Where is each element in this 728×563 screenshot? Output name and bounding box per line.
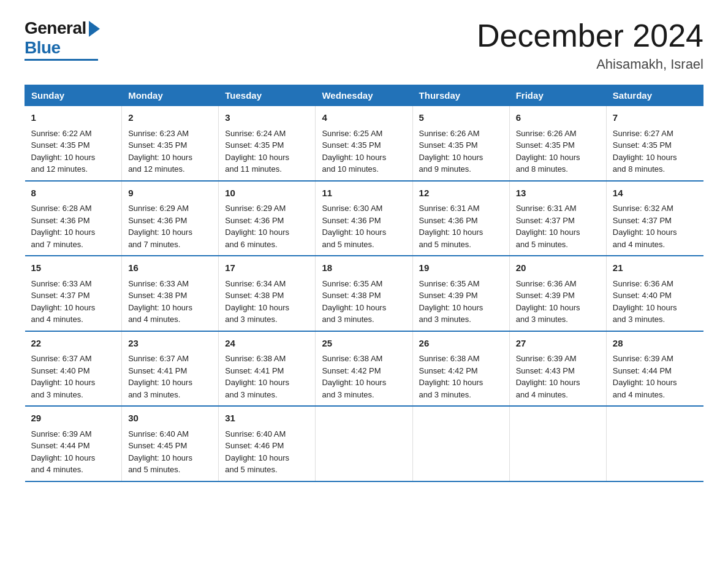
page-header: General Blue December 2024 Ahisamakh, Is… <box>25 18 703 72</box>
day-info: Sunrise: 6:40 AM Sunset: 4:46 PM Dayligh… <box>225 428 309 476</box>
cell-week1-day2: 3Sunrise: 6:24 AM Sunset: 4:35 PM Daylig… <box>219 106 316 181</box>
day-number: 17 <box>225 261 309 275</box>
cell-week2-day6: 14Sunrise: 6:32 AM Sunset: 4:37 PM Dayli… <box>606 181 703 256</box>
cell-week3-day2: 17Sunrise: 6:34 AM Sunset: 4:38 PM Dayli… <box>219 256 316 331</box>
day-number: 15 <box>31 261 116 275</box>
day-info: Sunrise: 6:35 AM Sunset: 4:38 PM Dayligh… <box>322 278 406 326</box>
header-sunday: Sunday <box>25 85 122 106</box>
day-number: 16 <box>128 261 212 275</box>
logo-general-text: General <box>25 18 86 38</box>
cell-week4-day6: 28Sunrise: 6:39 AM Sunset: 4:44 PM Dayli… <box>606 331 703 407</box>
cell-week1-day0: 1Sunrise: 6:22 AM Sunset: 4:35 PM Daylig… <box>25 106 122 181</box>
cell-week3-day0: 15Sunrise: 6:33 AM Sunset: 4:37 PM Dayli… <box>25 256 122 331</box>
cell-week3-day6: 21Sunrise: 6:36 AM Sunset: 4:40 PM Dayli… <box>606 256 703 331</box>
day-info: Sunrise: 6:37 AM Sunset: 4:41 PM Dayligh… <box>128 353 212 400</box>
day-number: 12 <box>419 186 503 201</box>
cell-week1-day4: 5Sunrise: 6:26 AM Sunset: 4:35 PM Daylig… <box>412 106 509 181</box>
title-section: December 2024 Ahisamakh, Israel <box>477 18 703 72</box>
header-friday: Friday <box>509 85 606 106</box>
cell-week2-day4: 12Sunrise: 6:31 AM Sunset: 4:36 PM Dayli… <box>412 181 509 256</box>
day-info: Sunrise: 6:33 AM Sunset: 4:37 PM Dayligh… <box>31 278 116 326</box>
header-thursday: Thursday <box>412 85 509 106</box>
day-number: 31 <box>225 412 309 426</box>
day-info: Sunrise: 6:23 AM Sunset: 4:35 PM Dayligh… <box>128 128 212 175</box>
cell-week3-day1: 16Sunrise: 6:33 AM Sunset: 4:38 PM Dayli… <box>122 256 219 331</box>
day-info: Sunrise: 6:38 AM Sunset: 4:42 PM Dayligh… <box>419 353 503 400</box>
day-number: 23 <box>128 337 212 351</box>
day-number: 10 <box>225 186 309 201</box>
calendar-table: SundayMondayTuesdayWednesdayThursdayFrid… <box>25 85 703 482</box>
cell-week5-day6 <box>606 406 703 481</box>
day-info: Sunrise: 6:30 AM Sunset: 4:36 PM Dayligh… <box>322 202 406 250</box>
day-number: 6 <box>516 111 600 125</box>
logo-underline <box>25 59 98 61</box>
day-info: Sunrise: 6:36 AM Sunset: 4:39 PM Dayligh… <box>516 278 600 326</box>
day-info: Sunrise: 6:39 AM Sunset: 4:44 PM Dayligh… <box>613 353 697 400</box>
day-number: 22 <box>31 337 116 351</box>
cell-week4-day4: 26Sunrise: 6:38 AM Sunset: 4:42 PM Dayli… <box>412 331 509 407</box>
week-row-3: 15Sunrise: 6:33 AM Sunset: 4:37 PM Dayli… <box>25 256 703 331</box>
cell-week5-day1: 30Sunrise: 6:40 AM Sunset: 4:45 PM Dayli… <box>122 406 219 481</box>
day-number: 20 <box>516 261 600 275</box>
day-number: 8 <box>31 186 116 201</box>
day-info: Sunrise: 6:38 AM Sunset: 4:42 PM Dayligh… <box>322 353 406 400</box>
cell-week3-day5: 20Sunrise: 6:36 AM Sunset: 4:39 PM Dayli… <box>509 256 606 331</box>
day-number: 5 <box>419 111 503 125</box>
day-number: 30 <box>128 412 212 426</box>
cell-week4-day0: 22Sunrise: 6:37 AM Sunset: 4:40 PM Dayli… <box>25 331 122 407</box>
cell-week1-day1: 2Sunrise: 6:23 AM Sunset: 4:35 PM Daylig… <box>122 106 219 181</box>
day-number: 4 <box>322 111 406 125</box>
day-number: 28 <box>613 337 697 351</box>
day-number: 25 <box>322 337 406 351</box>
day-info: Sunrise: 6:39 AM Sunset: 4:43 PM Dayligh… <box>516 353 600 400</box>
header-wednesday: Wednesday <box>316 85 412 106</box>
day-number: 7 <box>613 111 697 125</box>
calendar-body: 1Sunrise: 6:22 AM Sunset: 4:35 PM Daylig… <box>25 106 703 481</box>
day-info: Sunrise: 6:32 AM Sunset: 4:37 PM Dayligh… <box>613 202 697 250</box>
cell-week4-day3: 25Sunrise: 6:38 AM Sunset: 4:42 PM Dayli… <box>316 331 412 407</box>
cell-week2-day2: 10Sunrise: 6:29 AM Sunset: 4:36 PM Dayli… <box>219 181 316 256</box>
day-info: Sunrise: 6:31 AM Sunset: 4:36 PM Dayligh… <box>419 202 503 250</box>
cell-week1-day3: 4Sunrise: 6:25 AM Sunset: 4:35 PM Daylig… <box>316 106 412 181</box>
day-info: Sunrise: 6:26 AM Sunset: 4:35 PM Dayligh… <box>419 128 503 175</box>
logo-triangle-icon <box>89 21 100 37</box>
cell-week3-day4: 19Sunrise: 6:35 AM Sunset: 4:39 PM Dayli… <box>412 256 509 331</box>
cell-week2-day5: 13Sunrise: 6:31 AM Sunset: 4:37 PM Dayli… <box>509 181 606 256</box>
day-info: Sunrise: 6:33 AM Sunset: 4:38 PM Dayligh… <box>128 278 212 326</box>
week-row-1: 1Sunrise: 6:22 AM Sunset: 4:35 PM Daylig… <box>25 106 703 181</box>
day-number: 24 <box>225 337 309 351</box>
day-info: Sunrise: 6:35 AM Sunset: 4:39 PM Dayligh… <box>419 278 503 326</box>
day-number: 21 <box>613 261 697 275</box>
week-row-4: 22Sunrise: 6:37 AM Sunset: 4:40 PM Dayli… <box>25 331 703 407</box>
day-info: Sunrise: 6:40 AM Sunset: 4:45 PM Dayligh… <box>128 428 212 476</box>
cell-week1-day5: 6Sunrise: 6:26 AM Sunset: 4:35 PM Daylig… <box>509 106 606 181</box>
cell-week5-day3 <box>316 406 412 481</box>
cell-week5-day5 <box>509 406 606 481</box>
cell-week3-day3: 18Sunrise: 6:35 AM Sunset: 4:38 PM Dayli… <box>316 256 412 331</box>
day-number: 2 <box>128 111 212 125</box>
calendar-header: SundayMondayTuesdayWednesdayThursdayFrid… <box>25 85 703 106</box>
week-row-5: 29Sunrise: 6:39 AM Sunset: 4:44 PM Dayli… <box>25 406 703 481</box>
header-tuesday: Tuesday <box>219 85 316 106</box>
calendar-title: December 2024 <box>477 18 703 53</box>
day-number: 1 <box>31 111 116 125</box>
cell-week4-day5: 27Sunrise: 6:39 AM Sunset: 4:43 PM Dayli… <box>509 331 606 407</box>
day-info: Sunrise: 6:25 AM Sunset: 4:35 PM Dayligh… <box>322 128 406 175</box>
day-info: Sunrise: 6:27 AM Sunset: 4:35 PM Dayligh… <box>613 128 697 175</box>
day-number: 19 <box>419 261 503 275</box>
day-info: Sunrise: 6:29 AM Sunset: 4:36 PM Dayligh… <box>225 202 309 250</box>
cell-week5-day2: 31Sunrise: 6:40 AM Sunset: 4:46 PM Dayli… <box>219 406 316 481</box>
day-info: Sunrise: 6:36 AM Sunset: 4:40 PM Dayligh… <box>613 278 697 326</box>
cell-week4-day2: 24Sunrise: 6:38 AM Sunset: 4:41 PM Dayli… <box>219 331 316 407</box>
day-info: Sunrise: 6:34 AM Sunset: 4:38 PM Dayligh… <box>225 278 309 326</box>
day-number: 11 <box>322 186 406 201</box>
day-number: 29 <box>31 412 116 426</box>
cell-week4-day1: 23Sunrise: 6:37 AM Sunset: 4:41 PM Dayli… <box>122 331 219 407</box>
day-info: Sunrise: 6:22 AM Sunset: 4:35 PM Dayligh… <box>31 128 116 175</box>
day-number: 27 <box>516 337 600 351</box>
day-info: Sunrise: 6:28 AM Sunset: 4:36 PM Dayligh… <box>31 202 116 250</box>
day-info: Sunrise: 6:39 AM Sunset: 4:44 PM Dayligh… <box>31 428 116 476</box>
cell-week1-day6: 7Sunrise: 6:27 AM Sunset: 4:35 PM Daylig… <box>606 106 703 181</box>
day-number: 9 <box>128 186 212 201</box>
cell-week2-day1: 9Sunrise: 6:29 AM Sunset: 4:36 PM Daylig… <box>122 181 219 256</box>
